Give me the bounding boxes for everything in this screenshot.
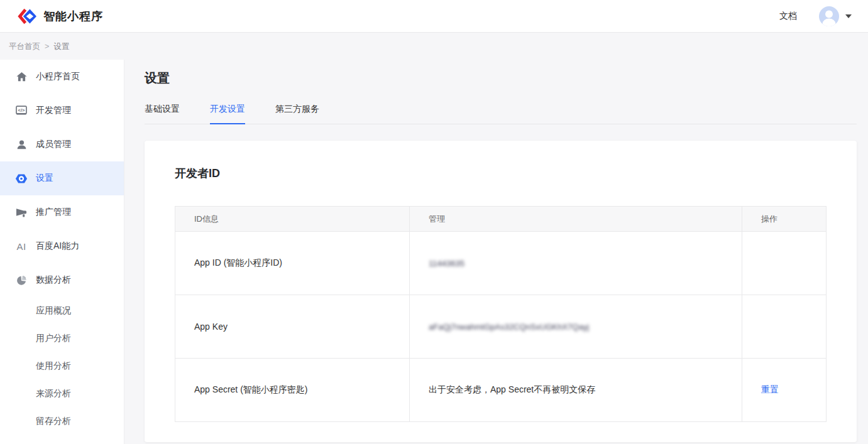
table-row-app-secret: App Secret (智能小程序密匙) 出于安全考虑，App Secret不再… [175,359,827,422]
card-heading: 开发者ID [175,166,827,181]
app-secret-label: App Secret (智能小程序密匙) [175,359,410,422]
developer-id-table: ID信息 管理 操作 App ID (智能小程序ID) 11443635 App… [175,206,827,422]
user-menu[interactable] [818,6,852,27]
main-content: 设置 基础设置 开发设置 第三方服务 开发者ID ID信息 管理 操作 App … [124,60,868,444]
sidebar-item-development[interactable]: </> 开发管理 [0,94,124,127]
svg-text:</>: </> [18,107,25,113]
docs-link[interactable]: 文档 [779,11,797,22]
sidebar-item-label: 数据分析 [36,274,71,286]
tab-third-party-services[interactable]: 第三方服务 [275,104,319,124]
chevron-down-icon[interactable] [845,14,852,18]
tab-development-settings[interactable]: 开发设置 [210,104,245,124]
smartapp-logo-icon [18,8,36,25]
member-icon [15,138,28,151]
sidebar-item-label: 小程序首页 [36,71,80,82]
sidebar-item-members[interactable]: 成员管理 [0,127,124,161]
sidebar-item-label: 设置 [36,173,53,184]
tab-basic-settings[interactable]: 基础设置 [145,104,180,124]
breadcrumb-platform-home[interactable]: 平台首页 [9,41,40,52]
page-title: 设置 [145,70,868,87]
table-row-app-id: App ID (智能小程序ID) 11443635 [175,232,827,295]
reset-button[interactable]: 重置 [761,384,779,394]
sidebar-item-usage-analysis[interactable]: 使用分析 [0,352,124,380]
breadcrumb-settings: 设置 [53,41,69,52]
app-key-action-cell [742,295,827,359]
app-id-label: App ID (智能小程序ID) [175,232,410,295]
column-header-action: 操作 [742,207,827,232]
breadcrumb-separator: > [45,42,49,51]
app-key-label: App Key [175,295,410,359]
sidebar-item-home[interactable]: 小程序首页 [0,60,124,94]
tab-bar: 基础设置 开发设置 第三方服务 [145,104,857,124]
home-icon [15,70,28,83]
sidebar-item-retention-analysis[interactable]: 留存分析 [0,408,124,435]
sidebar-item-source-analysis[interactable]: 来源分析 [0,380,124,408]
app-key-value: aFaQj7nwahmtGpAs32CQnSxUGKhX7Qayj [429,322,589,332]
pie-chart-icon [15,274,28,286]
ai-icon: AI [15,240,28,252]
sidebar-item-promotion[interactable]: 推广管理 [0,195,124,229]
developer-id-card: 开发者ID ID信息 管理 操作 App ID (智能小程序ID) 114436… [145,141,857,442]
sidebar-item-label: 开发管理 [36,105,71,116]
top-header: 智能小程序 文档 [0,0,868,33]
app-secret-note: 出于安全考虑，App Secret不再被明文保存 [410,359,742,422]
sidebar-item-label: 成员管理 [36,139,71,150]
sidebar-item-settings[interactable]: 设置 [0,161,124,195]
megaphone-icon [15,206,28,219]
avatar[interactable] [818,6,840,27]
app-id-value: 11443635 [429,259,464,268]
app-id-action-cell [742,232,827,295]
table-header-row: ID信息 管理 操作 [175,207,827,232]
brand-title: 智能小程序 [43,9,103,24]
column-header-id-info: ID信息 [175,207,410,232]
sidebar-item-app-overview[interactable]: 应用概况 [0,297,124,325]
column-header-manage: 管理 [410,207,742,232]
sidebar-item-label: 推广管理 [36,207,71,218]
sidebar: 小程序首页 </> 开发管理 成员管理 设置 [0,60,124,444]
sidebar-item-data-analysis[interactable]: 数据分析 [0,263,124,297]
breadcrumb: 平台首页 > 设置 [0,33,868,60]
sidebar-item-baidu-ai[interactable]: AI 百度AI能力 [0,229,124,263]
sidebar-item-label: 百度AI能力 [36,241,79,252]
code-icon: </> [15,104,28,117]
sidebar-item-user-analysis[interactable]: 用户分析 [0,325,124,352]
table-row-app-key: App Key aFaQj7nwahmtGpAs32CQnSxUGKhX7Qay… [175,295,827,359]
brand: 智能小程序 [18,8,103,25]
settings-icon [15,172,28,185]
